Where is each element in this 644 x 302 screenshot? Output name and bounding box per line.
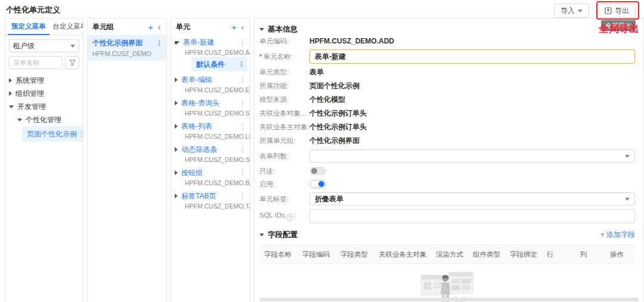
caret-right-icon[interactable] <box>9 91 12 96</box>
export-icon <box>605 7 612 14</box>
tree-item-dev-mgmt[interactable]: 开发管理 <box>5 100 83 113</box>
form-columns-select[interactable] <box>309 150 635 163</box>
unit-item-table-search-header: 表格-查询头 ⋮ HPFM.CUSZ_DEMO.SEARCH <box>171 96 250 119</box>
unit-item-row[interactable]: 按钮组 ⋮ <box>175 167 247 179</box>
level-select[interactable]: 租户级 <box>9 39 79 52</box>
tree-item-personalization-mgmt[interactable]: 个性化管理 <box>5 113 83 126</box>
col-row: 行 <box>542 250 575 259</box>
col-column: 列 <box>575 250 605 259</box>
add-field-button[interactable]: + 添加字段 <box>600 230 635 240</box>
caret-right-icon[interactable] <box>175 124 178 129</box>
toggle-knob <box>311 168 317 174</box>
menu-panel: 预定义菜单 自定义菜单 ‹ 租户级 系统管理 组织管理 开 <box>5 18 83 302</box>
toggle-knob <box>318 181 324 187</box>
basic-info-section-header[interactable]: 基本信息 <box>259 22 635 36</box>
collapse-panel-icon[interactable]: ‹ <box>240 23 245 32</box>
unit-item-row[interactable]: 动态筛选条 ⋮ <box>175 144 247 155</box>
field-label-enabled: 启用: <box>259 180 309 189</box>
help-icon[interactable]: ? <box>286 214 293 221</box>
enabled-toggle[interactable] <box>309 180 326 188</box>
svg-text:?: ? <box>426 284 429 289</box>
unit-item-row[interactable]: 标签TAB页 ⋮ <box>175 190 247 202</box>
col-field-code: 字段编码 <box>298 250 336 259</box>
unit-item-dynamic-filter: 动态筛选条 ⋮ HPFM.CUSZ_DEMO.SEAR... <box>171 142 250 166</box>
caret-right-icon[interactable] <box>175 147 178 152</box>
unit-item-row[interactable]: 表格-查询头 ⋮ <box>175 97 247 109</box>
unit-item-table-list: 表格-列表 ⋮ HPFM.CUSZ_DEMO.LIST <box>171 119 250 142</box>
more-actions-icon[interactable]: ⋮ <box>77 130 83 138</box>
more-actions-icon[interactable]: ⋮ <box>238 76 247 84</box>
tree-item-page-personalization-demo[interactable]: 页面个性化示例 ⋮ <box>22 126 83 142</box>
more-actions-icon[interactable]: ⋮ <box>238 169 247 177</box>
field-label-sql-ids: SQL IDs?: <box>259 211 309 221</box>
more-actions-icon[interactable]: ⋮ <box>154 39 164 48</box>
unit-group-item[interactable]: 个性化示例界面 ⋮ HPFM.CUSZ_DEMO <box>88 35 166 60</box>
tab-custom-menu[interactable]: 自定义菜单 <box>49 18 84 35</box>
tab-predefined-menu[interactable]: 预定义菜单 <box>8 18 49 35</box>
more-actions-icon[interactable]: ⋮ <box>238 99 247 107</box>
field-label-unit-label: 单元标签: <box>259 195 309 204</box>
col-render-mode: 渲染方式 <box>431 250 468 259</box>
unit-item-row[interactable]: 表单-新建 ⋮ <box>175 36 247 48</box>
caret-down-icon[interactable] <box>259 233 264 236</box>
more-actions-icon[interactable]: ⋮ <box>238 38 247 46</box>
unit-item-form-edit: 表单-编辑 ⋮ HPFM.CUSZ_DEMO.EDIT <box>171 73 250 96</box>
caret-right-icon[interactable] <box>175 194 178 198</box>
unit-item-code: HPFM.CUSZ_DEMO.SEAR... <box>185 156 247 163</box>
field-value-unit-type: 表单 <box>309 67 324 77</box>
tree-item-org-mgmt[interactable]: 组织管理 <box>5 87 83 100</box>
readonly-toggle[interactable] <box>309 167 326 175</box>
unit-item-label: 动态筛选条 <box>181 145 217 155</box>
required-asterisk: * <box>259 53 262 60</box>
caret-right-icon[interactable] <box>9 78 12 83</box>
detail-panel: 基本信息 单元编码: HPFM.CUSZ_DEMO.ADD *单元名称: 单元类… <box>254 18 644 302</box>
chevron-down-icon <box>625 155 630 158</box>
unit-item-label: 标签TAB页 <box>181 191 216 201</box>
filter-button[interactable] <box>65 56 79 69</box>
no-data-illustration: ? <box>419 270 475 302</box>
unit-group-panel-title: 单元组 <box>92 22 114 32</box>
caret-right-icon[interactable] <box>175 77 178 82</box>
field-label-related-main-object: 关联业务主对象: <box>259 123 309 132</box>
tree-item-label: 个性化管理 <box>26 115 61 125</box>
caret-right-icon[interactable] <box>175 170 178 175</box>
unit-item-row[interactable]: 表格-列表 ⋮ <box>175 120 247 132</box>
import-button[interactable]: 导入 <box>554 4 589 18</box>
sql-ids-input[interactable] <box>309 209 635 223</box>
unit-item-label: 表格-查询头 <box>181 98 219 108</box>
more-actions-icon[interactable]: ⋮ <box>238 145 247 154</box>
unit-item-code: HPFM.CUSZ_DEMO.EDIT <box>185 86 247 94</box>
tree-item-label: 系统管理 <box>16 76 44 86</box>
menu-tabs: 预定义菜单 自定义菜单 ‹ <box>5 18 83 35</box>
add-unit-group-icon[interactable]: + <box>148 22 153 32</box>
unit-label-select[interactable]: 折叠表单 <box>309 192 635 206</box>
more-actions-icon[interactable]: ⋮ <box>238 192 247 200</box>
unit-group-panel: 单元组 + ‹ 个性化示例界面 ⋮ HPFM.CUSZ_DEMO <box>87 18 167 302</box>
tree-item-label: 开发管理 <box>17 102 46 112</box>
horizontal-scrollbar[interactable] <box>259 298 639 301</box>
unit-name-input[interactable] <box>309 49 635 64</box>
caret-down-icon[interactable] <box>17 119 22 122</box>
field-label-unit-group: 所属单元组: <box>259 136 309 145</box>
unit-item-code: HPFM.CUSZ_DEMO.LIST <box>185 133 247 140</box>
caret-right-icon[interactable] <box>175 101 178 105</box>
export-button[interactable]: 导出 <box>598 4 636 18</box>
unit-item-row[interactable]: 表单-编辑 ⋮ <box>175 74 247 86</box>
caret-down-icon[interactable] <box>175 41 179 44</box>
field-config-table-header: 字段名称 字段编码 字段类型 关联业务主对象 渲染方式 组件类型 字段绑定 行 … <box>259 245 635 264</box>
unit-item-tab-page: 标签TAB页 ⋮ HPFM.CUSZ_DEMO.TAB <box>171 189 250 212</box>
menu-search-input[interactable] <box>9 56 63 69</box>
tree-item-label: 组织管理 <box>16 89 44 99</box>
caret-down-icon[interactable] <box>9 105 14 108</box>
unit-item-code: HPFM.CUSZ_DEMO.ADD <box>185 49 247 56</box>
unit-item-button-group: 按钮组 ⋮ HPFM.CUSZ_DEMO.BUTT... <box>171 166 250 189</box>
unit-child-default-condition[interactable]: 默认条件 ⋮ <box>191 57 247 71</box>
more-actions-icon[interactable]: ⋮ <box>237 60 246 69</box>
collapse-panel-icon[interactable]: ‹ <box>157 23 162 32</box>
field-label-form-columns: 表单列数: <box>259 152 309 161</box>
tree-item-system-mgmt[interactable]: 系统管理 <box>5 74 83 87</box>
chevron-down-icon <box>70 45 75 48</box>
more-actions-icon[interactable]: ⋮ <box>238 122 247 130</box>
add-unit-icon[interactable]: + <box>231 22 237 32</box>
unit-item-form-add: 表单-新建 ⋮ HPFM.CUSZ_DEMO.ADD 默认条件 ⋮ <box>171 35 250 73</box>
